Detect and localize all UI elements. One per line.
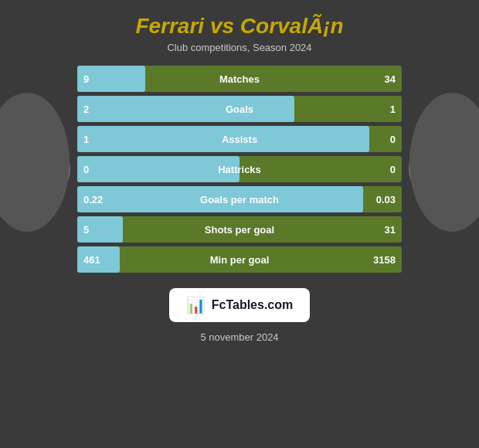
stat-val-left: 461 — [83, 254, 100, 266]
stat-row: 9Matches34 — [77, 66, 402, 92]
header: Ferrari vs CorvalÃ¡n Club competitions, … — [120, 0, 358, 58]
stat-bar-fill — [77, 156, 240, 182]
stat-row: 5Shots per goal31 — [77, 216, 402, 243]
stat-val-left: 9 — [83, 73, 89, 85]
stats-container: 9Matches342Goals11Assists00Hattricks00.2… — [77, 66, 402, 273]
logo-text: FcTables.com — [212, 298, 294, 312]
stat-row: 461Min per goal3158 — [77, 246, 402, 273]
stat-val-right: 0 — [390, 134, 396, 145]
stat-val-right: 34 — [385, 73, 396, 85]
stat-val-left: 0 — [83, 164, 89, 175]
stat-val-right: 1 — [390, 104, 396, 115]
stat-label: Goals per match — [200, 194, 279, 205]
stat-row: 0Hattricks0 — [77, 156, 402, 182]
stat-val-left: 1 — [83, 134, 89, 145]
stat-label: Matches — [219, 73, 260, 85]
stat-label: Min per goal — [210, 254, 270, 266]
stat-bar-fill — [77, 96, 294, 122]
stat-label: Shots per goal — [205, 224, 274, 236]
stat-val-left: 2 — [83, 104, 89, 115]
stat-row: 1Assists0 — [77, 126, 402, 152]
logo-box: 📊 FcTables.com — [169, 288, 311, 322]
page-subtitle: Club competitions, Season 2024 — [135, 42, 343, 53]
logo-section: 📊 FcTables.com — [169, 288, 311, 322]
stat-val-right: 31 — [385, 224, 396, 236]
footer-date: 5 november 2024 — [200, 331, 278, 343]
stat-row: 2Goals1 — [77, 96, 402, 122]
stat-label: Assists — [222, 134, 257, 145]
stat-val-right: 3158 — [373, 254, 396, 266]
stat-row: 0.22Goals per match0.03 — [77, 186, 402, 212]
main-content: ? 9Matches342Goals11Assists00Hattricks00… — [0, 58, 479, 280]
stat-label: Goals — [226, 104, 253, 115]
stat-val-right: 0.03 — [376, 194, 396, 205]
logo-icon: 📊 — [186, 296, 206, 314]
stat-val-left: 0.22 — [83, 194, 103, 205]
stat-val-right: 0 — [390, 164, 396, 175]
page-title: Ferrari vs CorvalÃ¡n — [135, 14, 343, 39]
stat-label: Hattricks — [218, 164, 261, 175]
stat-val-left: 5 — [83, 224, 89, 236]
